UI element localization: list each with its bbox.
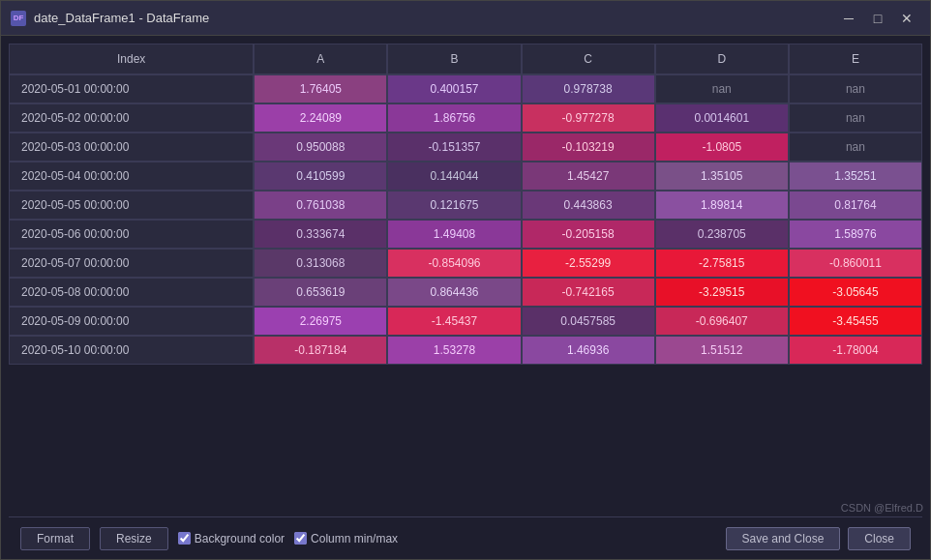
data-cell: 0.121675 [387,191,521,220]
table-row: 2020-05-03 00:00:00 0.950088 -0.151357 -… [9,133,922,162]
data-cell: 0.410599 [254,162,387,191]
data-cell: 0.443863 [522,191,655,220]
data-cell: 1.76405 [254,74,387,103]
main-window: DF date_DataFrame1 - DataFrame ─ □ ✕ Ind… [0,0,931,560]
data-cell: -0.860011 [789,249,922,278]
dataframe-table-container[interactable]: Index A B C D E 2020-05-01 00:00:00 1.76… [9,44,922,513]
index-cell: 2020-05-10 00:00:00 [9,336,254,365]
title-bar: DF date_DataFrame1 - DataFrame ─ □ ✕ [1,1,930,36]
data-cell: 0.950088 [254,133,387,162]
data-cell: -0.151357 [387,133,521,162]
data-cell: -3.45455 [789,307,922,336]
data-cell: 0.761038 [254,191,387,220]
col-header-c: C [522,44,655,74]
index-cell: 2020-05-03 00:00:00 [9,133,254,162]
table-row: 2020-05-05 00:00:00 0.761038 0.121675 0.… [9,191,922,220]
index-cell: 2020-05-04 00:00:00 [9,162,254,191]
index-cell: 2020-05-05 00:00:00 [9,191,254,220]
data-cell: -1.45437 [387,307,521,336]
index-cell: 2020-05-01 00:00:00 [9,74,254,103]
table-row: 2020-05-08 00:00:00 0.653619 0.864436 -0… [9,278,922,307]
table-row: 2020-05-02 00:00:00 2.24089 1.86756 -0.9… [9,103,922,133]
col-header-a: A [254,44,387,74]
data-cell: 1.86756 [387,103,521,133]
col-header-d: D [655,44,789,74]
save-and-close-button[interactable]: Save and Close [726,527,841,550]
data-cell: 0.864436 [387,278,521,307]
data-cell: -0.103219 [522,133,655,162]
data-cell: -0.854096 [387,249,521,278]
data-cell: -2.55299 [522,249,655,278]
data-cell: nan [789,74,922,103]
watermark: CSDN @Elfred.D [841,502,923,514]
data-cell: -0.977278 [522,103,655,133]
dataframe-table: Index A B C D E 2020-05-01 00:00:00 1.76… [9,44,922,365]
data-cell: nan [789,103,922,133]
data-cell: -3.29515 [655,278,789,307]
col-minmax-label: Column min/max [311,532,398,545]
bg-color-checkbox[interactable] [178,532,191,545]
data-cell: -3.05645 [789,278,922,307]
maximize-button[interactable]: □ [864,5,891,32]
data-cell: -1.0805 [655,133,789,162]
data-cell: 1.49408 [387,220,521,249]
index-cell: 2020-05-02 00:00:00 [9,103,254,133]
data-cell: 2.26975 [254,307,387,336]
data-cell: 1.35251 [789,162,922,191]
format-button[interactable]: Format [20,527,90,550]
index-cell: 2020-05-06 00:00:00 [9,220,254,249]
col-header-b: B [387,44,521,74]
data-cell: 0.313068 [254,249,387,278]
data-cell: nan [789,133,922,162]
data-cell: nan [655,74,789,103]
data-cell: 1.53278 [387,336,521,365]
table-row: 2020-05-10 00:00:00 -0.187184 1.53278 1.… [9,336,922,365]
data-cell: 0.238705 [655,220,789,249]
data-cell: 0.0457585 [522,307,655,336]
data-cell: -0.696407 [655,307,789,336]
index-cell: 2020-05-07 00:00:00 [9,249,254,278]
table-row: 2020-05-09 00:00:00 2.26975 -1.45437 0.0… [9,307,922,336]
data-cell: 0.400157 [387,74,521,103]
data-cell: 0.0014601 [655,103,789,133]
close-window-button[interactable]: ✕ [893,5,920,32]
minimize-button[interactable]: ─ [835,5,862,32]
data-cell: 1.58976 [789,220,922,249]
data-cell: -2.75815 [655,249,789,278]
table-header-row: Index A B C D E [9,44,922,74]
data-cell: -0.742165 [522,278,655,307]
data-cell: 1.46936 [522,336,655,365]
table-row: 2020-05-07 00:00:00 0.313068 -0.854096 -… [9,249,922,278]
data-cell: -1.78004 [789,336,922,365]
footer-right-buttons: Save and Close Close [726,527,911,550]
col-minmax-checkbox-label[interactable]: Column min/max [294,532,398,545]
resize-button[interactable]: Resize [100,527,168,550]
footer-toolbar: Format Resize Background color Column mi… [9,516,922,559]
window-title: date_DataFrame1 - DataFrame [34,11,209,25]
window-controls: ─ □ ✕ [835,5,920,32]
data-cell: 2.24089 [254,103,387,133]
data-cell: 0.653619 [254,278,387,307]
title-bar-left: DF date_DataFrame1 - DataFrame [11,11,209,26]
close-button[interactable]: Close [848,527,911,550]
data-cell: 1.89814 [655,191,789,220]
data-cell: -0.187184 [254,336,387,365]
data-cell: 1.51512 [655,336,789,365]
table-row: 2020-05-01 00:00:00 1.76405 0.400157 0.9… [9,74,922,103]
data-cell: -0.205158 [522,220,655,249]
table-row: 2020-05-04 00:00:00 0.410599 0.144044 1.… [9,162,922,191]
col-header-index: Index [9,44,254,74]
data-cell: 1.35105 [655,162,789,191]
bg-color-label: Background color [195,532,285,545]
index-cell: 2020-05-08 00:00:00 [9,278,254,307]
data-cell: 0.333674 [254,220,387,249]
col-minmax-checkbox[interactable] [294,532,307,545]
index-cell: 2020-05-09 00:00:00 [9,307,254,336]
main-content: Index A B C D E 2020-05-01 00:00:00 1.76… [1,36,930,559]
data-cell: 0.978738 [522,74,655,103]
data-cell: 1.45427 [522,162,655,191]
col-header-e: E [789,44,922,74]
data-cell: 0.81764 [789,191,922,220]
bg-color-checkbox-label[interactable]: Background color [178,532,285,545]
table-row: 2020-05-06 00:00:00 0.333674 1.49408 -0.… [9,220,922,249]
